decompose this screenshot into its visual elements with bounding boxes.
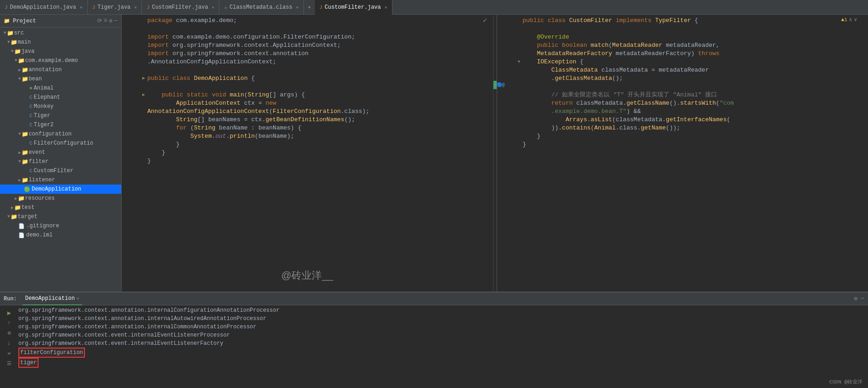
tree-elephant[interactable]: C Elephant: [0, 93, 121, 102]
minimize-icon[interactable]: —: [861, 295, 864, 302]
line-number: [122, 124, 140, 132]
tree-configuration[interactable]: ▼ 📁 configuration: [0, 129, 121, 139]
tab-bar: J DemoApplication.java ✕ J Tiger.java ✕ …: [0, 0, 868, 15]
tree-demoapplication[interactable]: 🟢 DemoApplication: [0, 185, 121, 194]
line-code: IOException {: [523, 58, 865, 66]
line-gutter: [140, 17, 147, 25]
tab-customfilter-active[interactable]: J CustomFilter.java ✕: [315, 0, 392, 15]
play-icon[interactable]: ▶: [5, 308, 14, 317]
line-code: [523, 25, 865, 33]
folder-icon: 📁: [14, 48, 21, 55]
expand-icon: ▶: [15, 196, 17, 201]
line-gutter: [515, 91, 523, 99]
scroll-down-icon[interactable]: ↓: [5, 338, 14, 348]
tree-event[interactable]: ▶ 📁 event: [0, 148, 121, 157]
folder-icon: 📁: [22, 131, 28, 138]
tree-monkey[interactable]: C Monkey: [0, 102, 121, 111]
line-number: [122, 107, 140, 116]
tree-filter[interactable]: ▼ 📁 filter: [0, 157, 121, 166]
code-line: package com.example.demo;: [122, 17, 493, 25]
interface-icon: ●: [29, 85, 33, 91]
line-code: }: [523, 132, 865, 141]
tree-demoiml[interactable]: 📄 demo.iml: [0, 231, 121, 240]
tree-bean[interactable]: ▼ 📁 bean: [0, 74, 121, 84]
tree-annotation[interactable]: ▶ 📁 annotation: [0, 65, 121, 74]
minimize-icon[interactable]: —: [114, 17, 118, 24]
tree-main[interactable]: ▼ 📁 main: [0, 38, 121, 47]
tree-tiger[interactable]: C Tiger: [0, 111, 121, 120]
log-line: org.springframework.context.event.intern…: [18, 339, 864, 348]
item-label: demo.iml: [26, 232, 53, 238]
line-number: [497, 141, 515, 149]
scroll-up-icon[interactable]: ↑: [5, 318, 14, 327]
tab-close-customfilter[interactable]: ✕: [212, 5, 214, 10]
line-number: [122, 83, 140, 91]
class-main-icon: 🟢: [24, 186, 30, 192]
tree-target[interactable]: ▼ 📁 target: [0, 212, 121, 221]
tab-tiger[interactable]: J Tiger.java ✕: [88, 0, 142, 15]
tree-filterconfig[interactable]: C FilterConfiguratio: [0, 139, 121, 148]
line-gutter: [515, 99, 523, 107]
collapse-icon[interactable]: ≡: [104, 17, 107, 24]
expand-icon: ▶: [18, 150, 21, 155]
line-gutter: [515, 17, 523, 25]
wrap-icon[interactable]: ⇌: [5, 349, 14, 358]
settings2-icon[interactable]: ⚙: [5, 328, 14, 337]
tab-customfilter[interactable]: J CustomFilter.java ✕: [142, 0, 219, 15]
warning-down[interactable]: ∨: [854, 17, 857, 22]
tree-resources[interactable]: ▶ 📁 resources: [0, 194, 121, 203]
tab-close-demo[interactable]: ✕: [80, 5, 83, 10]
line-code: [523, 83, 865, 91]
line-gutter: [515, 116, 523, 124]
line-code: }: [147, 157, 489, 165]
code-line: }: [497, 141, 868, 149]
sidebar-tree: ▼ 📁 src ▼ 📁 main ▼ 📁 java ▼: [0, 28, 121, 292]
line-code: )).contains(Animal.class.getName());: [523, 124, 865, 132]
settings-icon[interactable]: ⚙: [854, 295, 857, 302]
tab-demo-application[interactable]: J DemoApplication.java ✕: [0, 0, 88, 15]
right-scroll-gutter: [864, 15, 868, 292]
tab-overflow-dropdown[interactable]: ▾: [304, 4, 315, 11]
tree-customfilter[interactable]: C CustomFilter: [0, 166, 121, 175]
tree-src[interactable]: ▼ 📁 src: [0, 28, 121, 38]
tree-test[interactable]: ▶ 📁 test: [0, 203, 121, 212]
run-arrow[interactable]: ▶: [142, 91, 145, 99]
tree-animal[interactable]: ● Animal: [0, 84, 121, 93]
run-arrow[interactable]: ▶: [142, 74, 145, 83]
tree-gitignore[interactable]: 📄 .gitignore: [0, 221, 121, 231]
warning-area: ▲1 ∧ ∨: [841, 17, 857, 22]
line-gutter: [140, 157, 147, 165]
warning-up[interactable]: ∧: [849, 17, 852, 22]
checkmark: ✓: [483, 17, 487, 25]
line-number: [497, 83, 515, 91]
item-label: target: [17, 214, 37, 220]
log-line: org.springframework.context.event.intern…: [18, 331, 864, 339]
line-number: [497, 116, 515, 124]
tree-tiger2[interactable]: C Tiger2: [0, 120, 121, 129]
tree-listener[interactable]: ▶ 📁 listener: [0, 175, 121, 185]
left-editor-content[interactable]: package com.example.demo; import com.exa…: [122, 15, 493, 292]
tree-package[interactable]: ▼ 📁 com.example.demo: [0, 56, 121, 65]
tab-close-class[interactable]: ✕: [296, 5, 299, 10]
line-code: System.out.println(beanName);: [147, 132, 489, 141]
log-line: org.springframework.context.annotation.i…: [18, 306, 864, 315]
code-line: ClassMetadata classMetadata = metadataRe…: [497, 66, 868, 74]
bottom-tab-demoapplication[interactable]: DemoApplication ✕: [22, 292, 82, 305]
tab-close-bottom[interactable]: ✕: [77, 296, 79, 301]
line-gutter: [140, 99, 147, 107]
settings-icon[interactable]: ⚙: [109, 17, 112, 24]
expand-icon: ▶: [11, 205, 13, 210]
right-editor-content[interactable]: public class CustomFilter implements Typ…: [497, 15, 868, 292]
expand-icon: ▼: [15, 58, 17, 63]
tab-close-customfilter2[interactable]: ✕: [385, 5, 387, 10]
list-icon[interactable]: ☰: [5, 359, 14, 368]
line-number: [122, 41, 140, 50]
line-number: [497, 107, 515, 116]
tree-java[interactable]: ▼ 📁 java: [0, 47, 121, 56]
line-number: [497, 74, 515, 83]
line-code: public boolean match(MetadataReader meta…: [523, 41, 865, 50]
tab-close-tiger[interactable]: ✕: [134, 5, 137, 10]
tab-classmetadata[interactable]: ☕ ClassMetadata.class ✕: [219, 0, 303, 15]
class-icon: C: [29, 95, 33, 100]
sync-icon[interactable]: ⟳: [97, 17, 102, 24]
